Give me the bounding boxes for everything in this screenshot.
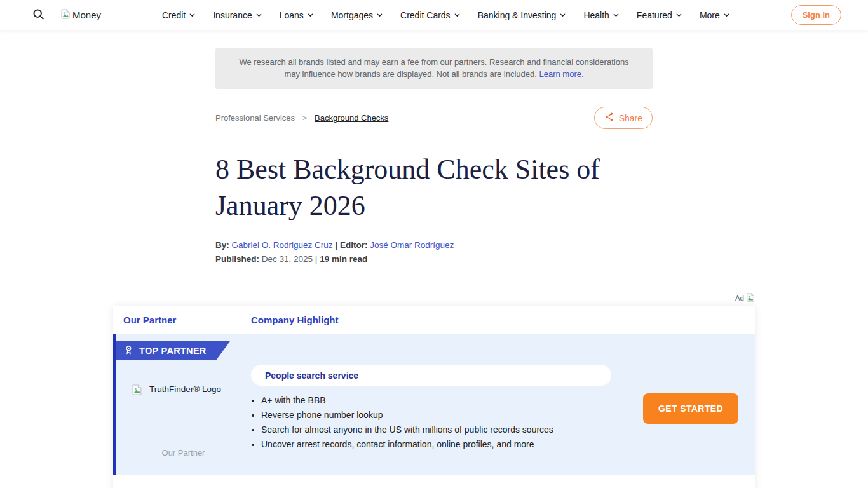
feature-list: A+ with the BBB Reverse phone number loo… [252,395,613,449]
published-separator: | [315,254,318,264]
our-partner-caption: Our Partner [116,448,251,458]
share-icon [604,112,614,124]
column-header-our-partner: Our Partner [113,315,251,325]
top-partner-row: TOP PARTNER TruthFinder® Logo Our Partne… [113,334,755,475]
next-partner-row [113,475,755,488]
editor-label: | Editor: [335,240,367,250]
broken-image-icon [746,293,755,303]
published-date: Dec 31, 2025 [262,254,313,264]
nav-item-mortgages[interactable]: Mortgages [331,10,383,20]
ad-label: Ad [735,294,744,302]
top-navigation: Money Credit Insurance Loans Mortgages C… [0,0,868,30]
read-time: 19 min read [320,254,367,264]
chevron-down-icon [376,10,383,20]
get-started-button[interactable]: GET STARTED [643,393,738,424]
author-line: By: Gabriel O. Rodriguez Cruz | Editor: … [215,240,653,250]
broken-image-icon [60,9,71,21]
byline: By: Gabriel O. Rodriguez Cruz | Editor: … [215,240,653,264]
by-label: By: [215,240,229,250]
list-item: Uncover arrest records, contact informat… [261,439,613,449]
logo-alt-text: Money [72,10,101,20]
search-button[interactable] [32,8,45,23]
share-button[interactable]: Share [594,107,653,129]
advertiser-disclosure: We research all brands listed and may ea… [215,48,653,89]
breadcrumb-current-link[interactable]: Background Checks [315,113,388,123]
partner-comparison-table: Our Partner Company Highlight TOP PARTNE… [113,306,755,488]
page-title: 8 Best Background Check Sites of January… [215,151,653,224]
nav-item-more[interactable]: More [700,10,730,20]
chevron-down-icon [613,10,620,20]
company-highlight-cell: People search service A+ with the BBB Re… [251,365,613,454]
share-label: Share [619,113,642,123]
published-label: Published: [215,254,259,264]
learn-more-link[interactable]: Learn more. [539,69,583,79]
list-item: A+ with the BBB [261,395,613,405]
partner-logo-cell: TruthFinder® Logo Our Partner [116,334,251,475]
main-nav: Credit Insurance Loans Mortgages Credit … [101,10,791,20]
chevron-down-icon [559,10,566,20]
partner-logo[interactable]: TruthFinder® Logo [132,384,221,397]
chevron-down-icon [255,10,262,20]
chevron-down-icon [675,10,682,20]
breadcrumb: Professional Services > Background Check… [215,113,388,123]
sign-in-button[interactable]: Sign In [791,5,841,25]
chevron-down-icon [454,10,461,20]
nav-item-credit[interactable]: Credit [162,10,196,20]
chevron-down-icon [723,10,730,20]
breadcrumb-row: Professional Services > Background Check… [215,107,653,130]
money-logo[interactable]: Money [60,9,101,21]
highlight-pill: People search service [251,365,611,386]
list-item: Reverse phone number lookup [261,410,613,420]
nav-item-credit-cards[interactable]: Credit Cards [400,10,461,20]
nav-item-health[interactable]: Health [583,10,619,20]
nav-item-featured[interactable]: Featured [637,10,682,20]
column-header-company-highlight: Company Highlight [251,315,339,325]
partner-logo-alt-text: TruthFinder® Logo [149,384,221,394]
chevron-down-icon [189,10,196,20]
nav-item-loans[interactable]: Loans [280,10,314,20]
chevron-down-icon [307,10,314,20]
nav-item-banking-investing[interactable]: Banking & Investing [478,10,567,20]
author-link[interactable]: Gabriel O. Rodriguez Cruz [232,240,333,250]
broken-image-icon [132,384,142,397]
nav-item-insurance[interactable]: Insurance [213,10,262,20]
search-icon [32,8,45,23]
breadcrumb-separator: > [302,114,307,123]
editor-link[interactable]: José Omar Rodríguez [370,240,454,250]
breadcrumb-parent-link[interactable]: Professional Services [215,113,295,123]
list-item: Search for almost anyone in the US with … [261,424,613,435]
partner-table-header: Our Partner Company Highlight [113,306,755,334]
ad-slot: Ad [113,293,755,303]
published-line: Published: Dec 31, 2025 | 19 min read [215,254,653,264]
